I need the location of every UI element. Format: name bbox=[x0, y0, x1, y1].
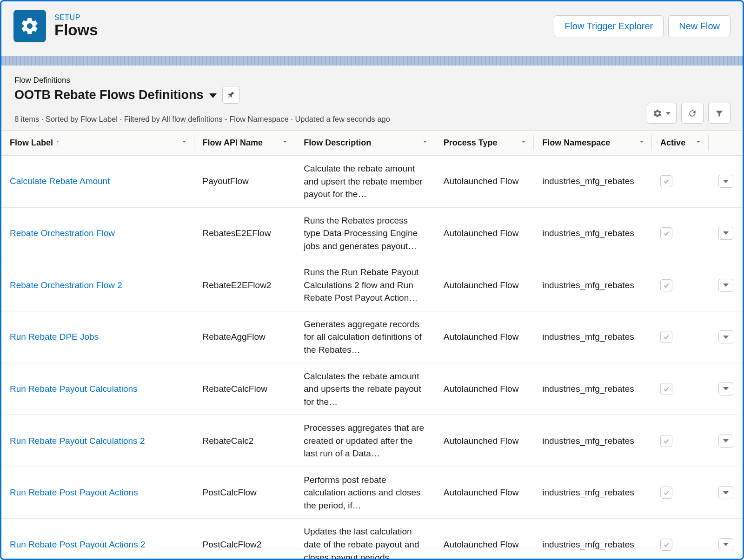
flow-api-name: RebateCalc2 bbox=[203, 436, 254, 446]
flow-label-link[interactable]: Calculate Rebate Amount bbox=[10, 176, 110, 186]
chevron-down-icon[interactable] bbox=[638, 138, 645, 148]
setup-gear-icon bbox=[13, 10, 46, 42]
process-type: Autolaunched Flow bbox=[444, 280, 519, 290]
chevron-down-icon[interactable] bbox=[421, 138, 429, 148]
table-row: Rebate Orchestration Flow RebatesE2EFlow… bbox=[1, 207, 743, 259]
table-row: Run Rebate Post Payout Actions 2 PostCal… bbox=[1, 519, 743, 560]
list-settings-button[interactable] bbox=[647, 103, 677, 124]
chevron-down-icon bbox=[723, 180, 729, 183]
table-row: Run Rebate Post Payout Actions PostCalcF… bbox=[1, 467, 743, 519]
chevron-down-icon[interactable] bbox=[695, 138, 702, 148]
flow-description: Processes aggregates that are created or… bbox=[304, 422, 427, 460]
check-icon bbox=[663, 230, 670, 237]
col-active[interactable]: Active bbox=[652, 131, 709, 156]
flow-api-name: RebateAggFlow bbox=[203, 332, 266, 342]
filter-icon bbox=[715, 109, 724, 118]
process-type: Autolaunched Flow bbox=[444, 228, 519, 238]
row-actions-button[interactable] bbox=[718, 175, 733, 188]
table-row: Rebate Orchestration Flow 2 RebateE2EFlo… bbox=[1, 259, 743, 311]
chevron-down-icon bbox=[723, 543, 729, 546]
pin-icon bbox=[227, 91, 235, 99]
table-row: Run Rebate Payout Calculations RebateCal… bbox=[1, 363, 743, 415]
check-icon bbox=[663, 437, 670, 445]
check-icon bbox=[663, 333, 670, 341]
chevron-down-icon bbox=[723, 336, 729, 339]
flow-description: Calculate the rebate amount and upsert t… bbox=[304, 162, 427, 201]
header-eyebrow: SETUP bbox=[54, 13, 554, 22]
col-process-type[interactable]: Process Type bbox=[435, 131, 534, 156]
flow-label-link[interactable]: Run Rebate Payout Calculations 2 bbox=[10, 436, 145, 446]
col-flow-description[interactable]: Flow Description bbox=[295, 131, 435, 156]
refresh-icon bbox=[688, 109, 697, 118]
check-icon bbox=[663, 282, 670, 289]
flow-description: Runs the Rebates process type Data Proce… bbox=[304, 214, 427, 253]
check-icon bbox=[663, 178, 670, 185]
flow-description: Calculates the rebate amount and upserts… bbox=[304, 370, 427, 408]
active-checkbox bbox=[660, 539, 672, 551]
sort-asc-icon: ↑ bbox=[56, 138, 60, 147]
chevron-down-icon[interactable] bbox=[209, 93, 217, 98]
page-title: Flows bbox=[54, 22, 554, 39]
chevron-down-icon bbox=[723, 387, 729, 390]
decorative-strip bbox=[1, 56, 743, 66]
col-flow-label[interactable]: Flow Label↑ bbox=[1, 131, 194, 156]
active-checkbox bbox=[660, 279, 672, 291]
row-actions-button[interactable] bbox=[718, 227, 733, 240]
flow-label-link[interactable]: Run Rebate Post Payout Actions 2 bbox=[10, 540, 146, 549]
active-checkbox bbox=[660, 383, 672, 395]
flow-trigger-explorer-button[interactable]: Flow Trigger Explorer bbox=[554, 15, 664, 37]
chevron-down-icon bbox=[723, 491, 729, 494]
row-actions-button[interactable] bbox=[718, 538, 733, 551]
new-flow-button[interactable]: New Flow bbox=[668, 15, 731, 37]
filter-button[interactable] bbox=[708, 103, 731, 124]
flow-label-link[interactable]: Rebate Orchestration Flow bbox=[10, 228, 115, 238]
flow-namespace: industries_mfg_rebates bbox=[542, 176, 634, 186]
col-flow-namespace[interactable]: Flow Namespace bbox=[534, 131, 652, 156]
process-type: Autolaunched Flow bbox=[444, 488, 519, 497]
chevron-down-icon bbox=[723, 439, 729, 442]
flow-api-name: PostCalcFlow bbox=[203, 488, 257, 497]
process-type: Autolaunched Flow bbox=[444, 176, 519, 186]
active-checkbox bbox=[660, 435, 672, 447]
row-actions-button[interactable] bbox=[718, 279, 733, 292]
chevron-down-icon bbox=[723, 231, 729, 235]
row-actions-button[interactable] bbox=[718, 382, 733, 395]
row-actions-button[interactable] bbox=[718, 435, 733, 448]
gear-icon bbox=[653, 109, 662, 118]
flow-label-link[interactable]: Rebate Orchestration Flow 2 bbox=[10, 280, 122, 290]
flow-table: Flow Label↑ Flow API Name Flow Descripti… bbox=[1, 130, 743, 560]
chevron-down-icon bbox=[666, 112, 671, 115]
flow-description: Updates the last calculation date of the… bbox=[304, 525, 427, 560]
flow-api-name: RebateE2EFlow2 bbox=[203, 280, 272, 290]
col-flow-api-name[interactable]: Flow API Name bbox=[194, 131, 296, 156]
refresh-button[interactable] bbox=[681, 103, 704, 124]
flow-api-name: PayoutFlow bbox=[203, 176, 249, 186]
process-type: Autolaunched Flow bbox=[444, 384, 519, 394]
chevron-down-icon[interactable] bbox=[520, 138, 527, 148]
process-type: Autolaunched Flow bbox=[444, 332, 519, 342]
chevron-down-icon[interactable] bbox=[180, 138, 188, 148]
active-checkbox bbox=[660, 227, 672, 239]
flow-api-name: PostCalcFlow2 bbox=[203, 540, 262, 549]
check-icon bbox=[663, 541, 670, 548]
active-checkbox bbox=[660, 175, 672, 187]
chevron-down-icon bbox=[723, 283, 729, 287]
flow-api-name: RebatesE2EFlow bbox=[203, 228, 271, 238]
pin-list-button[interactable] bbox=[222, 86, 240, 104]
list-eyebrow: Flow Definitions bbox=[14, 76, 730, 85]
process-type: Autolaunched Flow bbox=[444, 436, 519, 446]
flow-label-link[interactable]: Run Rebate DPE Jobs bbox=[10, 332, 99, 342]
row-actions-button[interactable] bbox=[718, 330, 733, 343]
list-view-title[interactable]: OOTB Rebate Flows Definitions bbox=[14, 88, 204, 102]
col-actions bbox=[709, 131, 743, 156]
flow-namespace: industries_mfg_rebates bbox=[542, 332, 634, 342]
check-icon bbox=[663, 385, 670, 393]
flow-namespace: industries_mfg_rebates bbox=[542, 280, 634, 290]
flow-label-link[interactable]: Run Rebate Payout Calculations bbox=[10, 384, 138, 394]
table-row: Run Rebate Payout Calculations 2 RebateC… bbox=[1, 415, 743, 467]
flow-api-name: RebateCalcFlow bbox=[203, 384, 267, 394]
chevron-down-icon[interactable] bbox=[281, 138, 289, 148]
row-actions-button[interactable] bbox=[718, 486, 733, 499]
check-icon bbox=[663, 489, 670, 496]
flow-label-link[interactable]: Run Rebate Post Payout Actions bbox=[10, 488, 138, 497]
